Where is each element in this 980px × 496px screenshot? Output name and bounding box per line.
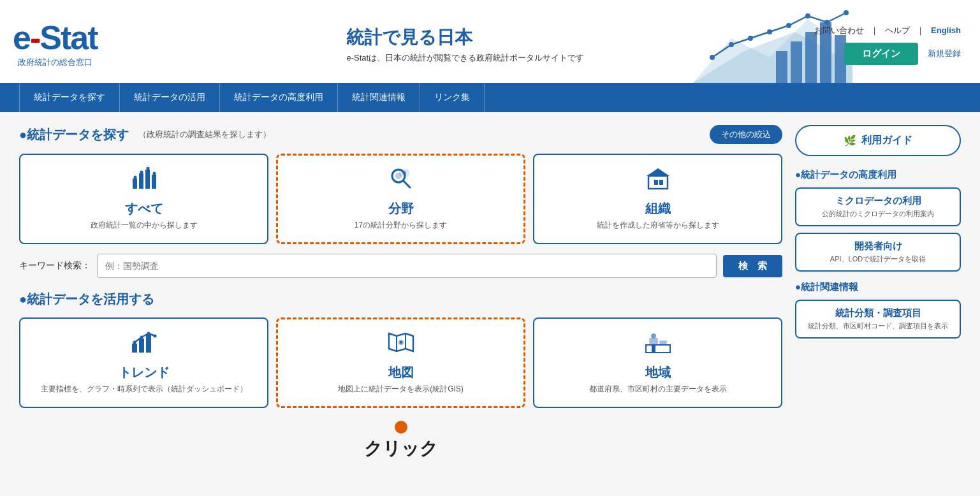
search-section-heading: ●統計データを探す （政府統計の調査結果を探します） その他の絞込: [19, 125, 782, 144]
contact-link[interactable]: お問い合わせ: [814, 25, 864, 36]
org-desc: 統計を作成した府省等から探します: [597, 220, 719, 231]
svg-point-9: [748, 36, 753, 41]
card-org[interactable]: 組織 統計を作成した府省等から探します: [533, 154, 782, 244]
trend-icon: [131, 331, 157, 359]
related-section-title: ●統計関連情報: [795, 281, 961, 293]
classification-button[interactable]: 統計分類・調査項目 統計分類、市区町村コード、調査項目を表示: [795, 300, 961, 339]
svg-point-19: [133, 176, 136, 179]
region-desc: 都道府県、市区町村の主要データを表示: [589, 384, 727, 395]
logo-area: e-Stat 政府統計の総合窓口: [13, 21, 98, 68]
sep2: ｜: [916, 25, 925, 36]
all-title: すべて: [125, 200, 163, 217]
map-desc: 地図上に統計データを表示(統計GIS): [338, 384, 464, 395]
header-links: お問い合わせ ｜ ヘルプ ｜ English: [814, 25, 961, 36]
card-region[interactable]: 地域 都道府県、市区町村の主要データを表示: [533, 317, 782, 408]
microdata-button[interactable]: ミクロデータの利用 公的統計のミクロデータの利用案内: [795, 187, 961, 226]
svg-point-14: [844, 10, 849, 15]
right-panel: 🌿 利用ガイド ●統計データの高度利用 ミクロデータの利用 公的統計のミクロデー…: [795, 125, 961, 461]
svg-rect-31: [659, 180, 663, 185]
nav-advanced-use[interactable]: 統計データの高度利用: [220, 83, 338, 112]
search-section-subtitle: （政府統計の調査結果を探します）: [138, 129, 271, 140]
trend-title: トレンド: [119, 364, 170, 381]
svg-rect-3: [791, 41, 802, 83]
navbar: 統計データを探す 統計データの活用 統計データの高度利用 統計関連情報 リンク集: [0, 83, 980, 112]
site-description: e-Statは、日本の統計が閲覧できる政府統計ポータルサイトです: [346, 52, 584, 64]
guide-button[interactable]: 🌿 利用ガイド: [795, 125, 961, 156]
click-dot: [395, 421, 407, 434]
svg-point-44: [400, 341, 402, 344]
search-button[interactable]: 検 索: [723, 255, 782, 277]
nav-find-data[interactable]: 統計データを探す: [19, 83, 120, 112]
svg-point-7: [710, 55, 715, 60]
region-title: 地域: [645, 364, 671, 381]
main-left: ●統計データを探す （政府統計の調査結果を探します） その他の絞込: [19, 125, 782, 461]
svg-point-8: [729, 42, 734, 47]
developer-desc: API、LODで統計データを取得: [806, 254, 950, 264]
microdata-desc: 公的統計のミクロデータの利用案内: [806, 209, 950, 219]
register-button[interactable]: 新規登録: [928, 48, 961, 59]
developer-title: 開発者向け: [806, 240, 950, 252]
map-title: 地図: [388, 364, 414, 381]
svg-point-48: [651, 333, 656, 339]
svg-point-22: [152, 172, 156, 175]
svg-point-37: [140, 336, 143, 339]
all-desc: 政府統計一覧の中から探します: [91, 220, 198, 231]
card-map[interactable]: 地図 地図上に統計データを表示(統計GIS): [276, 317, 525, 408]
field-desc: 17の統計分野から探します: [355, 220, 447, 231]
other-filter-button[interactable]: その他の絞込: [710, 125, 782, 144]
nav-related-info[interactable]: 統計関連情報: [338, 83, 420, 112]
search-bar: キーワード検索： 検 索: [19, 254, 782, 278]
help-link[interactable]: ヘルプ: [885, 25, 910, 36]
all-icon: [131, 167, 157, 195]
svg-rect-33: [132, 344, 137, 353]
card-trend[interactable]: トレンド 主要指標を、グラフ・時系列で表示（統計ダッシュボード）: [19, 317, 268, 408]
svg-point-12: [805, 13, 810, 18]
classification-title: 統計分類・調査項目: [806, 307, 950, 319]
svg-point-38: [147, 332, 150, 335]
utilize-section-title: ●統計データを活用する: [19, 291, 782, 308]
microdata-title: ミクロデータの利用: [806, 195, 950, 207]
nav-utilize-data[interactable]: 統計データの活用: [120, 83, 220, 112]
map-icon: [388, 331, 414, 359]
card-field[interactable]: 分野 17の統計分野から探します: [276, 154, 525, 244]
search-cards-grid: すべて 政府統計一覧の中から探します 分野: [19, 154, 782, 244]
header: e-Stat 政府統計の総合窓口 統計で見る日本 e-Statは、日本の統計が閲…: [0, 0, 980, 83]
card-all[interactable]: すべて 政府統計一覧の中から探します: [19, 154, 268, 244]
click-label: クリック: [364, 437, 438, 461]
search-label: キーワード検索：: [19, 260, 91, 272]
trend-desc: 主要指標を、グラフ・時系列で表示（統計ダッシュボード）: [41, 384, 247, 395]
svg-rect-16: [139, 173, 143, 189]
svg-point-11: [786, 23, 791, 28]
search-input[interactable]: [97, 254, 717, 278]
svg-point-10: [767, 29, 772, 34]
svg-rect-45: [646, 345, 670, 353]
org-title: 組織: [645, 200, 671, 217]
svg-point-20: [140, 171, 143, 174]
logo[interactable]: e-Stat: [13, 21, 98, 54]
svg-point-36: [133, 341, 136, 344]
svg-point-27: [402, 171, 406, 175]
svg-rect-2: [776, 51, 787, 83]
search-cards-container: すべて 政府統計一覧の中から探します 分野: [19, 154, 782, 244]
english-link[interactable]: English: [931, 26, 961, 35]
svg-point-21: [146, 167, 149, 170]
guide-icon: 🌿: [844, 135, 856, 147]
svg-rect-35: [146, 335, 151, 353]
svg-rect-30: [654, 180, 658, 185]
svg-rect-34: [139, 339, 144, 353]
svg-rect-49: [652, 345, 655, 353]
header-right: お問い合わせ ｜ ヘルプ ｜ English ログイン 新規登録: [814, 25, 961, 65]
svg-point-39: [153, 335, 156, 338]
svg-rect-17: [145, 170, 150, 189]
svg-line-25: [404, 181, 410, 187]
sep1: ｜: [870, 25, 879, 36]
svg-rect-18: [152, 175, 156, 189]
logo-subtitle: 政府統計の総合窓口: [18, 57, 92, 68]
guide-label: 利用ガイド: [861, 134, 912, 147]
advanced-section-title: ●統計データの高度利用: [795, 169, 961, 181]
developer-button[interactable]: 開発者向け API、LODで統計データを取得: [795, 233, 961, 272]
click-annotation: クリック: [19, 421, 782, 461]
login-button[interactable]: ログイン: [844, 43, 918, 65]
svg-rect-46: [650, 339, 657, 345]
nav-links[interactable]: リンク集: [420, 83, 485, 112]
